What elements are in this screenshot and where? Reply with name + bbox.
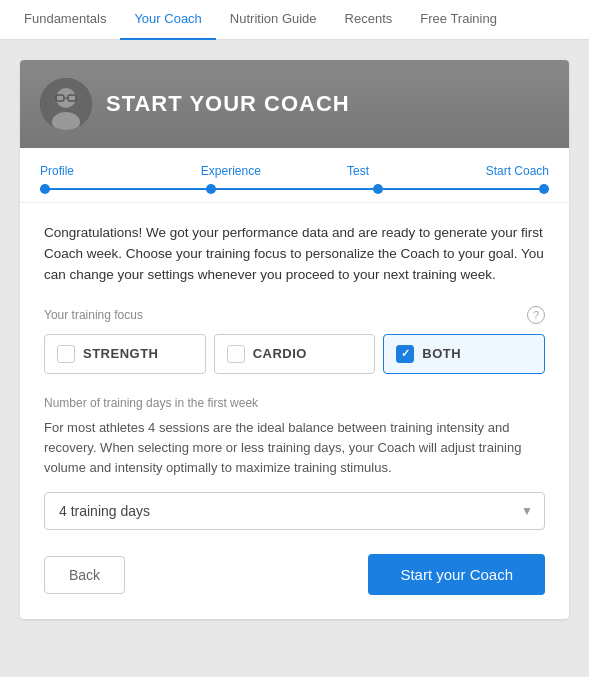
help-icon[interactable]: ? — [527, 306, 545, 324]
avatar — [40, 78, 92, 130]
steps-dots — [40, 184, 549, 194]
training-days-label: Number of training days in the first wee… — [44, 396, 545, 410]
training-days-dropdown-wrapper: 1 training day 2 training days 3 trainin… — [44, 492, 545, 530]
training-focus-label: Your training focus — [44, 308, 143, 322]
cardio-checkbox[interactable] — [227, 345, 245, 363]
page-title: START YOUR COACH — [106, 91, 350, 117]
focus-option-both[interactable]: BOTH — [383, 334, 545, 374]
avatar-image — [40, 78, 92, 130]
step-dot-3 — [373, 184, 383, 194]
focus-option-cardio[interactable]: CARDIO — [214, 334, 376, 374]
steps-track — [40, 186, 549, 192]
step-dot-1 — [40, 184, 50, 194]
tab-free-training[interactable]: Free Training — [406, 0, 511, 40]
step-label-test: Test — [295, 164, 422, 178]
step-dot-2 — [206, 184, 216, 194]
start-coach-button[interactable]: Start your Coach — [368, 554, 545, 595]
action-buttons: Back Start your Coach — [44, 554, 545, 595]
step-label-start-coach: Start Coach — [422, 164, 549, 178]
training-days-dropdown[interactable]: 1 training day 2 training days 3 trainin… — [44, 492, 545, 530]
description-text: Congratulations! We got your performance… — [44, 223, 545, 286]
tab-recents[interactable]: Recents — [331, 0, 407, 40]
tab-nutrition-guide[interactable]: Nutrition Guide — [216, 0, 331, 40]
steps-labels: Profile Experience Test Start Coach — [40, 164, 549, 178]
back-button[interactable]: Back — [44, 556, 125, 594]
tab-your-coach[interactable]: Your Coach — [120, 0, 215, 40]
step-dot-4 — [539, 184, 549, 194]
step-label-experience: Experience — [167, 164, 294, 178]
focus-option-strength[interactable]: STRENGTH — [44, 334, 206, 374]
cardio-label: CARDIO — [253, 346, 307, 361]
tab-fundamentals[interactable]: Fundamentals — [10, 0, 120, 40]
card-body: Congratulations! We got your performance… — [20, 203, 569, 619]
step-label-profile: Profile — [40, 164, 167, 178]
focus-options: STRENGTH CARDIO BOTH — [44, 334, 545, 374]
both-label: BOTH — [422, 346, 461, 361]
training-days-description: For most athletes 4 sessions are the ide… — [44, 418, 545, 478]
card-header: START YOUR COACH — [20, 60, 569, 148]
strength-label: STRENGTH — [83, 346, 159, 361]
coach-card: START YOUR COACH Profile Experience Test… — [20, 60, 569, 619]
main-content: START YOUR COACH Profile Experience Test… — [0, 40, 589, 639]
steps-progress: Profile Experience Test Start Coach — [20, 148, 569, 203]
strength-checkbox[interactable] — [57, 345, 75, 363]
training-focus-section-label: Your training focus ? — [44, 306, 545, 324]
both-checkbox[interactable] — [396, 345, 414, 363]
top-navigation: Fundamentals Your Coach Nutrition Guide … — [0, 0, 589, 40]
